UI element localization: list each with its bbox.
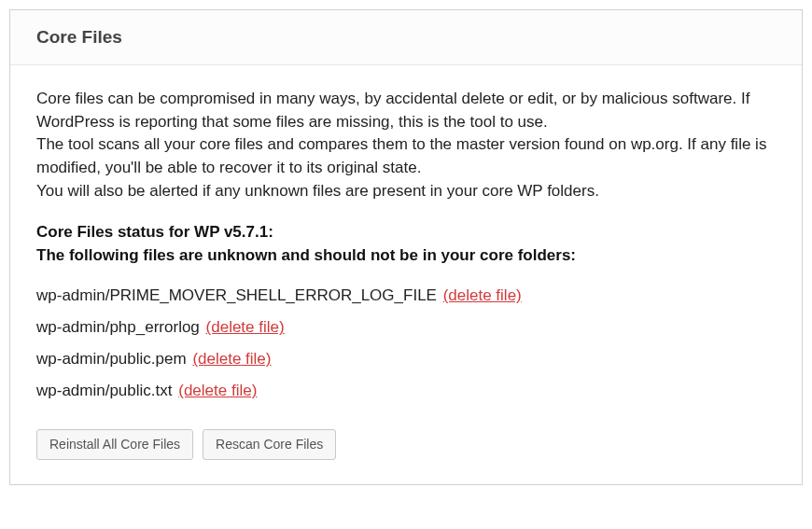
- panel-header: Core Files: [10, 10, 802, 65]
- description-line: Core files can be compromised in many wa…: [36, 88, 776, 133]
- description-line: You will also be alerted if any unknown …: [36, 180, 776, 203]
- delete-file-link[interactable]: (delete file): [206, 318, 285, 336]
- file-path: wp-admin/php_errorlog: [36, 318, 200, 336]
- reinstall-button[interactable]: Reinstall All Core Files: [36, 429, 193, 459]
- delete-file-link[interactable]: (delete file): [192, 350, 271, 368]
- panel-body: Core files can be compromised in many wa…: [10, 65, 802, 484]
- actions-row: Reinstall All Core Files Rescan Core Fil…: [36, 429, 776, 459]
- rescan-button[interactable]: Rescan Core Files: [203, 429, 336, 459]
- list-item: wp-admin/public.txt (delete file): [36, 375, 776, 407]
- file-path: wp-admin/public.txt: [36, 382, 173, 399]
- list-item: wp-admin/PRIME_MOVER_SHELL_ERROR_LOG_FIL…: [36, 280, 776, 312]
- core-files-panel: Core Files Core files can be compromised…: [9, 9, 803, 485]
- delete-file-link[interactable]: (delete file): [443, 286, 522, 304]
- panel-title: Core Files: [36, 27, 776, 48]
- unknown-files-list: wp-admin/PRIME_MOVER_SHELL_ERROR_LOG_FIL…: [36, 280, 776, 407]
- description-line: The tool scans all your core files and c…: [36, 133, 776, 179]
- file-path: wp-admin/PRIME_MOVER_SHELL_ERROR_LOG_FIL…: [36, 286, 437, 304]
- description: Core files can be compromised in many wa…: [36, 88, 776, 202]
- status-version: Core Files status for WP v5.7.1:: [36, 221, 776, 244]
- delete-file-link[interactable]: (delete file): [178, 382, 257, 399]
- list-item: wp-admin/php_errorlog (delete file): [36, 312, 776, 343]
- list-item: wp-admin/public.pem (delete file): [36, 343, 776, 375]
- status-warning: The following files are unknown and shou…: [36, 244, 776, 268]
- file-path: wp-admin/public.pem: [36, 350, 187, 368]
- status-block: Core Files status for WP v5.7.1: The fol…: [36, 221, 776, 267]
